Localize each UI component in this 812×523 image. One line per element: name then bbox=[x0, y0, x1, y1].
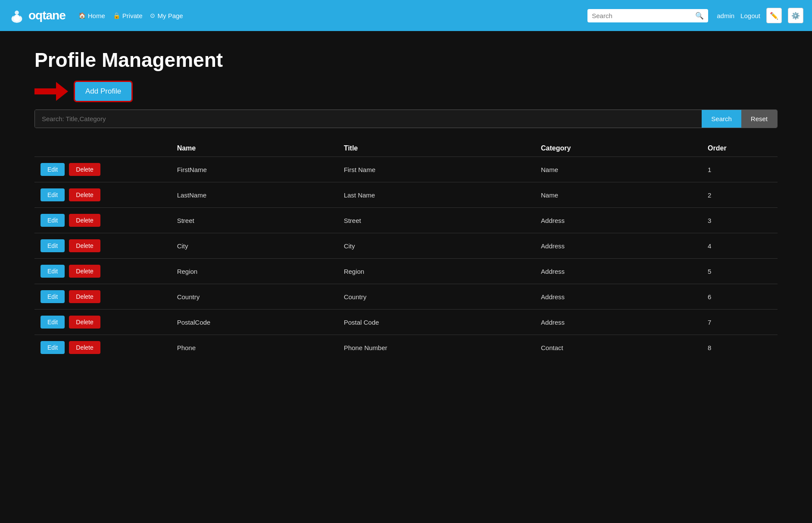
page-title: Profile Management bbox=[34, 48, 778, 72]
col-header-actions bbox=[34, 140, 171, 157]
table-row: Edit Delete LastName Last Name Name 2 bbox=[34, 182, 778, 208]
row-title: Last Name bbox=[338, 182, 535, 208]
row-category: Address bbox=[535, 233, 702, 259]
edit-button-header[interactable]: ✏️ bbox=[766, 8, 782, 23]
edit-button[interactable]: Edit bbox=[41, 188, 65, 201]
row-order: 6 bbox=[702, 284, 778, 310]
row-actions: Edit Delete bbox=[34, 284, 171, 310]
delete-button[interactable]: Delete bbox=[69, 239, 100, 252]
nav-home-label: Home bbox=[88, 12, 105, 19]
table-row: Edit Delete Street Street Address 3 bbox=[34, 208, 778, 233]
logo-text: oqtane bbox=[28, 9, 66, 22]
pencil-icon: ✏️ bbox=[770, 12, 778, 20]
table-row: Edit Delete Region Region Address 5 bbox=[34, 259, 778, 284]
nav-home[interactable]: 🏠 Home bbox=[78, 12, 105, 19]
delete-button[interactable]: Delete bbox=[69, 188, 100, 201]
row-actions: Edit Delete bbox=[34, 208, 171, 233]
table-row: Edit Delete PostalCode Postal Code Addre… bbox=[34, 310, 778, 335]
row-category: Address bbox=[535, 208, 702, 233]
nav-private-label: Private bbox=[122, 12, 143, 19]
add-profile-button[interactable]: Add Profile bbox=[75, 82, 131, 101]
delete-button[interactable]: Delete bbox=[69, 265, 100, 278]
table-row: Edit Delete Country Country Address 6 bbox=[34, 284, 778, 310]
row-actions: Edit Delete bbox=[34, 157, 171, 182]
row-category: Address bbox=[535, 310, 702, 335]
mypage-icon: ⊙ bbox=[150, 12, 155, 19]
row-order: 3 bbox=[702, 208, 778, 233]
row-title: Region bbox=[338, 259, 535, 284]
row-name: LastName bbox=[171, 182, 338, 208]
row-category: Address bbox=[535, 284, 702, 310]
row-order: 7 bbox=[702, 310, 778, 335]
nav-links: 🏠 Home 🔒 Private ⊙ My Page bbox=[78, 12, 579, 19]
row-name: Country bbox=[171, 284, 338, 310]
profile-search-input[interactable] bbox=[35, 110, 702, 128]
delete-button[interactable]: Delete bbox=[69, 214, 100, 227]
settings-button-header[interactable]: ⚙️ bbox=[788, 8, 803, 23]
row-actions: Edit Delete bbox=[34, 310, 171, 335]
row-title: Street bbox=[338, 208, 535, 233]
add-profile-section: Add Profile bbox=[34, 82, 778, 101]
profile-table: Name Title Category Order Edit Delete Fi… bbox=[34, 140, 778, 360]
main-header: oqtane 🏠 Home 🔒 Private ⊙ My Page 🔍 admi… bbox=[0, 0, 812, 31]
row-category: Contact bbox=[535, 335, 702, 360]
logout-button[interactable]: Logout bbox=[740, 12, 760, 19]
arrow-indicator bbox=[34, 82, 68, 101]
svg-point-2 bbox=[13, 15, 20, 21]
row-actions: Edit Delete bbox=[34, 233, 171, 259]
edit-button[interactable]: Edit bbox=[41, 163, 65, 176]
gear-icon: ⚙️ bbox=[791, 12, 800, 20]
col-header-name: Name bbox=[171, 140, 338, 157]
row-category: Name bbox=[535, 157, 702, 182]
row-title: City bbox=[338, 233, 535, 259]
row-order: 8 bbox=[702, 335, 778, 360]
col-header-title: Title bbox=[338, 140, 535, 157]
delete-button[interactable]: Delete bbox=[69, 316, 100, 329]
row-category: Name bbox=[535, 182, 702, 208]
nav-mypage[interactable]: ⊙ My Page bbox=[150, 12, 183, 19]
edit-button[interactable]: Edit bbox=[41, 265, 65, 278]
logo: oqtane bbox=[9, 7, 66, 24]
delete-button[interactable]: Delete bbox=[69, 163, 100, 176]
profile-reset-button[interactable]: Reset bbox=[741, 110, 777, 128]
profile-search-button[interactable]: Search bbox=[702, 110, 741, 128]
nav-private[interactable]: 🔒 Private bbox=[113, 12, 143, 19]
edit-button[interactable]: Edit bbox=[41, 316, 65, 329]
edit-button[interactable]: Edit bbox=[41, 290, 65, 303]
username-label: admin bbox=[717, 12, 734, 19]
edit-button[interactable]: Edit bbox=[41, 214, 65, 227]
search-icon: 🔍 bbox=[695, 12, 704, 20]
delete-button[interactable]: Delete bbox=[69, 290, 100, 303]
delete-button[interactable]: Delete bbox=[69, 341, 100, 354]
table-row: Edit Delete FirstName First Name Name 1 bbox=[34, 157, 778, 182]
row-name: FirstName bbox=[171, 157, 338, 182]
main-content: Profile Management Add Profile Search Re… bbox=[0, 31, 812, 377]
arrow-shaft bbox=[34, 88, 56, 94]
header-search-area: 🔍 bbox=[587, 9, 708, 22]
row-title: Country bbox=[338, 284, 535, 310]
logo-icon bbox=[9, 7, 25, 24]
header-search-input[interactable] bbox=[592, 12, 693, 19]
row-name: City bbox=[171, 233, 338, 259]
row-name: Street bbox=[171, 208, 338, 233]
arrow-head bbox=[56, 82, 68, 101]
row-title: Postal Code bbox=[338, 310, 535, 335]
row-actions: Edit Delete bbox=[34, 335, 171, 360]
table-row: Edit Delete Phone Phone Number Contact 8 bbox=[34, 335, 778, 360]
header-right: admin Logout ✏️ ⚙️ bbox=[717, 8, 803, 23]
table-row: Edit Delete City City Address 4 bbox=[34, 233, 778, 259]
lock-icon: 🔒 bbox=[113, 12, 120, 19]
edit-button[interactable]: Edit bbox=[41, 341, 65, 354]
search-bar-section: Search Reset bbox=[34, 110, 778, 128]
row-name: PostalCode bbox=[171, 310, 338, 335]
row-actions: Edit Delete bbox=[34, 182, 171, 208]
edit-button[interactable]: Edit bbox=[41, 239, 65, 252]
row-name: Region bbox=[171, 259, 338, 284]
col-header-order: Order bbox=[702, 140, 778, 157]
row-order: 5 bbox=[702, 259, 778, 284]
row-title: Phone Number bbox=[338, 335, 535, 360]
row-order: 4 bbox=[702, 233, 778, 259]
nav-mypage-label: My Page bbox=[157, 12, 183, 19]
col-header-category: Category bbox=[535, 140, 702, 157]
row-order: 1 bbox=[702, 157, 778, 182]
